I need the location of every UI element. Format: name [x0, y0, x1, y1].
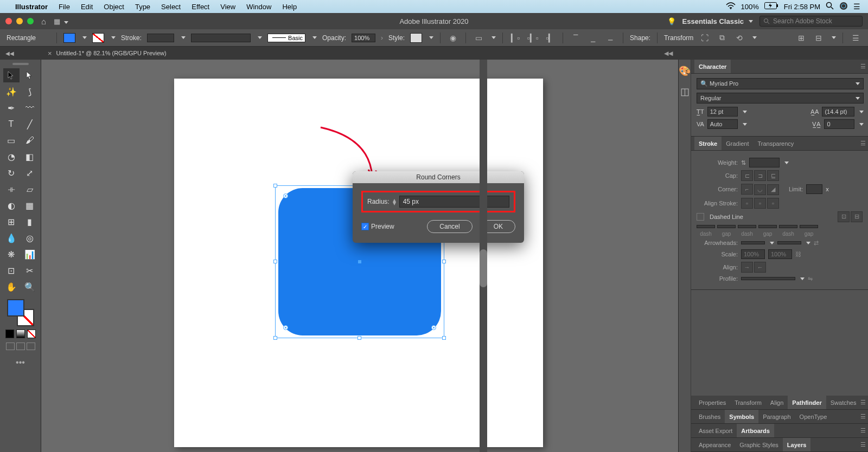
resize-handle-se[interactable]: [442, 336, 446, 340]
lasso-tool[interactable]: ⟆: [22, 85, 38, 99]
font-style-dropdown[interactable]: Regular: [697, 93, 864, 104]
tab-transform[interactable]: Transform: [730, 396, 766, 409]
document-tab[interactable]: × Untitled-1* @ 82.1% (RGB/GPU Preview): [43, 47, 171, 60]
blend-tool[interactable]: ◎: [22, 231, 38, 245]
align-left-icon[interactable]: ▎▫: [509, 32, 521, 44]
mesh-tool[interactable]: ⊞: [3, 215, 20, 229]
toolbox-grip[interactable]: [12, 63, 29, 65]
workspace-selector[interactable]: Essentials Classic: [682, 17, 753, 25]
menu-edit[interactable]: Edit: [81, 3, 93, 11]
rectangle-tool[interactable]: ▭: [3, 133, 20, 147]
menu-window[interactable]: Window: [246, 3, 271, 11]
radius-input[interactable]: [399, 196, 509, 208]
corner-widget-sw[interactable]: [283, 325, 288, 330]
weight-input[interactable]: [749, 158, 780, 167]
panel-menu-icon[interactable]: ☰: [860, 413, 866, 420]
tab-align[interactable]: Align: [766, 396, 788, 409]
leading-input[interactable]: (14.4 pt): [822, 107, 854, 117]
fill-stroke-selector[interactable]: [7, 299, 34, 326]
dash-3[interactable]: [779, 225, 797, 228]
resize-handle-sw[interactable]: [273, 336, 277, 340]
link-scale-icon[interactable]: ⛓: [795, 251, 801, 257]
edit-similar-icon[interactable]: ⧉: [716, 32, 728, 44]
swap-arrows-icon[interactable]: ⇄: [814, 240, 819, 247]
color-mode-none[interactable]: [27, 330, 36, 338]
pen-tool[interactable]: ✒: [3, 101, 20, 115]
opacity-input[interactable]: 100%: [352, 34, 375, 42]
profile-dropdown[interactable]: [741, 277, 795, 280]
align-bottom-icon[interactable]: ⎽: [604, 32, 616, 44]
collapse-toolbar-icon[interactable]: ◀◀: [5, 50, 14, 56]
spotlight-icon[interactable]: [826, 2, 834, 11]
tab-swatches[interactable]: Swatches: [826, 396, 861, 409]
corner-widget-nw[interactable]: [283, 193, 288, 198]
edit-toolbar-button[interactable]: •••: [16, 358, 25, 367]
dash-1[interactable]: [697, 225, 715, 228]
tab-opentype[interactable]: OpenType: [795, 410, 832, 423]
resize-handle-s[interactable]: [358, 336, 361, 340]
menu-view[interactable]: View: [220, 3, 235, 11]
recolor-icon[interactable]: ◉: [447, 32, 459, 44]
panel-menu-icon[interactable]: ☰: [860, 441, 866, 448]
gpu-icon[interactable]: 💡: [667, 17, 676, 25]
column-graph-tool[interactable]: 📊: [22, 247, 38, 261]
brush-def[interactable]: Basic: [267, 34, 305, 42]
close-tab-icon[interactable]: ×: [48, 49, 52, 57]
artboard-tool[interactable]: ⊡: [3, 263, 20, 277]
xy-icon[interactable]: ⊞: [795, 32, 807, 44]
cap-buttons[interactable]: ⊏⊐⊑: [741, 170, 780, 181]
dashed-checkbox[interactable]: [697, 213, 704, 221]
stroke-swatch[interactable]: [92, 33, 104, 43]
resize-handle-nw[interactable]: [273, 184, 277, 188]
align-right-icon[interactable]: ▫▎: [544, 32, 556, 44]
radius-stepper[interactable]: ▴▾: [393, 198, 396, 205]
prefs-icon[interactable]: ⊟: [813, 32, 825, 44]
home-icon[interactable]: ⌂: [41, 17, 46, 26]
menu-file[interactable]: File: [59, 3, 70, 11]
transform-button[interactable]: Transform: [664, 34, 693, 42]
width-tool[interactable]: ⟛: [3, 182, 20, 196]
perspective-tool[interactable]: ▦: [22, 198, 38, 212]
color-mode-solid[interactable]: [5, 330, 14, 338]
eraser-tool[interactable]: ◧: [22, 150, 38, 164]
tab-graphic-styles[interactable]: Graphic Styles: [735, 438, 783, 451]
gap-3[interactable]: [800, 225, 818, 228]
direct-selection-tool[interactable]: [22, 68, 38, 82]
tab-gradient[interactable]: Gradient: [722, 137, 753, 150]
font-size-input[interactable]: 12 pt: [707, 107, 738, 117]
canvas-area[interactable]: Round Corners Radius: ▴▾ ✓ Preview Cance…: [41, 60, 678, 452]
menu-type[interactable]: Type: [135, 3, 150, 11]
menu-effect[interactable]: Effect: [192, 3, 209, 11]
vertical-scrollbar-thumb[interactable]: [480, 249, 487, 287]
hand-tool[interactable]: ✋: [3, 280, 20, 294]
color-mode-gradient[interactable]: [16, 330, 25, 338]
selection-tool[interactable]: [3, 68, 20, 82]
close-window-button[interactable]: [5, 18, 12, 24]
shaper-tool[interactable]: ◔: [3, 150, 20, 164]
gradient-tool[interactable]: ▮: [22, 215, 38, 229]
menu-select[interactable]: Select: [161, 3, 181, 11]
arrange-docs-icon[interactable]: ▦: [54, 17, 68, 25]
library-panel-icon[interactable]: ◫: [680, 86, 690, 98]
panel-menu-icon[interactable]: ☰: [860, 427, 866, 434]
minimize-window-button[interactable]: [16, 18, 23, 24]
align-vcenter-icon[interactable]: ⎯: [587, 32, 599, 44]
panel-menu-icon[interactable]: ☰: [860, 399, 866, 406]
limit-input[interactable]: [806, 184, 822, 194]
menu-object[interactable]: Object: [104, 3, 124, 11]
panel-menu-icon[interactable]: ☰: [860, 63, 866, 70]
menu-app[interactable]: Illustrator: [15, 3, 48, 11]
curvature-tool[interactable]: 〰: [22, 101, 38, 115]
dash-align-buttons[interactable]: ⊡⊟: [838, 211, 864, 222]
tracking-input[interactable]: 0: [824, 119, 854, 129]
zoom-window-button[interactable]: [27, 18, 34, 24]
panel-menu-icon[interactable]: ☰: [850, 32, 861, 44]
magic-wand-tool[interactable]: ✨: [3, 85, 20, 99]
paintbrush-tool[interactable]: 🖌: [22, 133, 38, 147]
notification-center-icon[interactable]: ☰: [853, 2, 860, 11]
scale-tool[interactable]: ⤢: [22, 166, 38, 180]
flip-icon[interactable]: ⇋: [808, 275, 813, 282]
tab-pathfinder[interactable]: Pathfinder: [788, 396, 826, 409]
align-to-icon[interactable]: ▭: [473, 32, 484, 44]
global-edit-icon[interactable]: ⟲: [733, 32, 745, 44]
